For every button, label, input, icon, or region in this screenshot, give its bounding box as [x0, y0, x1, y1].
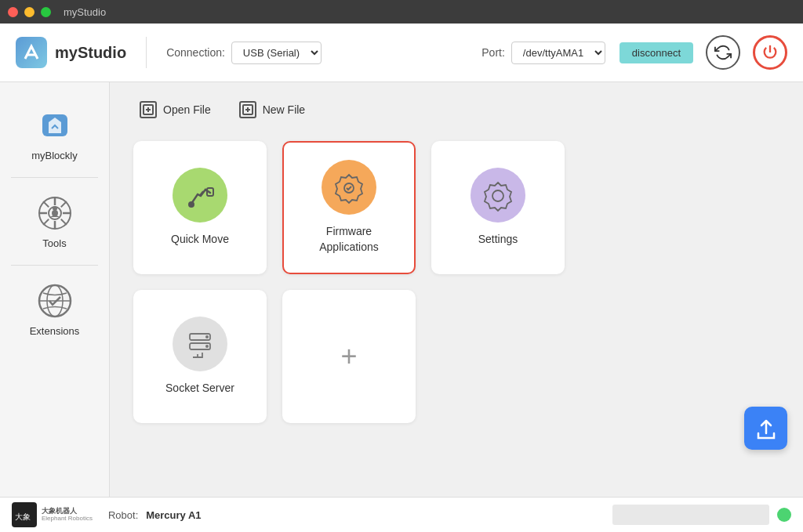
- status-indicator: [777, 508, 791, 522]
- svg-point-12: [492, 190, 503, 201]
- main: myBlockly Tools: [0, 82, 803, 497]
- tools-icon: [35, 194, 74, 233]
- app-title: myStudio: [64, 6, 106, 18]
- file-actions: Open File New File: [133, 98, 779, 121]
- elephant-robotics-icon: 大象: [12, 502, 37, 527]
- logo-text: myStudio: [55, 44, 126, 62]
- settings-card[interactable]: Settings: [431, 141, 565, 274]
- content: Open File New File: [110, 82, 803, 497]
- quick-move-icon: [173, 168, 227, 223]
- sidebar-item-tools[interactable]: Tools: [0, 186, 109, 257]
- tools-label: Tools: [42, 237, 66, 249]
- company-name-line2: Elephant Robotics: [42, 516, 93, 523]
- add-icon: +: [340, 340, 357, 373]
- firmware-icon: [322, 160, 376, 215]
- reload-button[interactable]: [706, 35, 740, 70]
- close-button[interactable]: [8, 7, 18, 17]
- myblockly-label: myBlockly: [31, 150, 78, 161]
- cards-grid: Quick Move FirmwareApplications: [133, 141, 779, 423]
- settings-label: Settings: [478, 232, 518, 248]
- firmware-label: FirmwareApplications: [319, 224, 379, 255]
- svg-point-16: [205, 345, 209, 348]
- sidebar: myBlockly Tools: [0, 82, 110, 497]
- quick-move-card[interactable]: Quick Move: [133, 141, 267, 274]
- sidebar-divider-1: [11, 177, 98, 178]
- open-file-icon: [140, 101, 157, 118]
- svg-point-15: [205, 335, 209, 338]
- footer-logo: 大象 大象机器人 Elephant Robotics: [12, 502, 93, 527]
- new-file-button[interactable]: New File: [233, 98, 311, 121]
- content-wrapper: Open File New File: [110, 82, 803, 497]
- maximize-button[interactable]: [41, 7, 51, 17]
- connection-label: Connection:: [166, 46, 225, 59]
- port-group: Port: /dev/ttyAMA1 disconnect: [481, 35, 787, 70]
- status-input[interactable]: [612, 505, 769, 525]
- sidebar-divider-2: [11, 265, 98, 266]
- logo-icon: [16, 37, 47, 68]
- disconnect-button[interactable]: disconnect: [620, 42, 693, 63]
- header: myStudio Connection: USB (Serial) Port: …: [0, 24, 803, 82]
- extensions-icon: [35, 281, 74, 320]
- settings-icon: [471, 168, 525, 223]
- svg-point-4: [53, 206, 57, 211]
- sidebar-item-myblockly[interactable]: myBlockly: [0, 98, 109, 169]
- footer: 大象 大象机器人 Elephant Robotics Robot: Mercur…: [0, 497, 803, 532]
- firmware-card[interactable]: FirmwareApplications: [282, 141, 416, 274]
- socket-server-icon: [173, 317, 227, 371]
- quick-move-label: Quick Move: [171, 232, 229, 248]
- sidebar-item-extensions[interactable]: Extensions: [0, 273, 109, 345]
- fab-upload-button[interactable]: [744, 407, 787, 450]
- power-button[interactable]: [753, 35, 787, 70]
- minimize-button[interactable]: [24, 7, 35, 17]
- robot-label: Robot:: [108, 509, 138, 521]
- port-select[interactable]: /dev/ttyAMA1: [511, 42, 605, 64]
- new-file-label: New File: [263, 103, 305, 116]
- connection-select[interactable]: USB (Serial): [231, 42, 322, 64]
- myblockly-icon: [35, 106, 74, 145]
- header-divider: [146, 37, 147, 68]
- robot-name: Mercury A1: [146, 509, 201, 521]
- socket-server-card[interactable]: Socket Server: [133, 290, 267, 423]
- new-file-icon: [239, 101, 256, 118]
- svg-text:大象: 大象: [15, 512, 31, 521]
- port-label: Port:: [481, 46, 505, 59]
- socket-server-label: Socket Server: [165, 381, 234, 396]
- footer-status: [612, 505, 791, 525]
- add-card[interactable]: +: [282, 290, 416, 423]
- connection-group: Connection: USB (Serial): [166, 42, 322, 64]
- open-file-label: Open File: [163, 103, 211, 116]
- logo: myStudio: [16, 37, 126, 68]
- svg-point-9: [188, 201, 194, 208]
- titlebar: myStudio: [0, 0, 803, 24]
- open-file-button[interactable]: Open File: [133, 98, 217, 121]
- extensions-label: Extensions: [30, 325, 80, 337]
